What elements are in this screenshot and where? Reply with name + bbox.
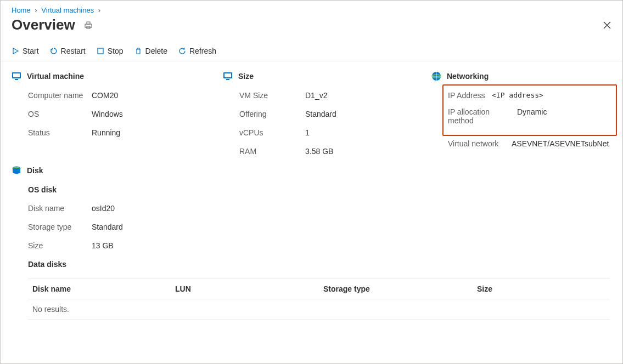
breadcrumb-vms[interactable]: Virtual machines [41, 6, 94, 14]
disk-icon [12, 166, 21, 175]
start-label: Start [23, 47, 39, 55]
globe-icon [431, 71, 441, 81]
vmsize-label: VM Size [239, 91, 305, 100]
os-label: OS [28, 110, 92, 118]
col-lun: LUN [175, 285, 323, 293]
offering-label: Offering [239, 110, 305, 118]
print-icon[interactable] [84, 21, 93, 30]
table-row: No results. [28, 299, 610, 320]
alloc-label: IP allocation method [448, 107, 517, 125]
networking-highlight: IP Address<IP address> IP allocation met… [442, 84, 617, 136]
svg-rect-8 [224, 73, 231, 77]
chevron-right-icon: › [35, 6, 37, 14]
computer-name-label: Computer name [28, 91, 92, 100]
data-disks-heading: Data disks [28, 260, 611, 269]
svg-rect-5 [13, 73, 20, 77]
no-results: No results. [32, 305, 175, 314]
start-button[interactable]: Start [12, 47, 39, 55]
chevron-right-icon: › [98, 6, 100, 14]
diskname-value: osId20 [92, 204, 115, 213]
refresh-button[interactable]: Refresh [178, 47, 216, 55]
page-title: Overview [12, 16, 75, 33]
size-heading: Size [238, 72, 254, 81]
ram-value: 3.58 GB [305, 147, 333, 156]
ram-label: RAM [239, 147, 305, 156]
stop-label: Stop [108, 47, 124, 55]
trash-icon [134, 47, 142, 55]
monitor-icon [12, 71, 21, 81]
breadcrumb: Home › Virtual machines › [1, 1, 622, 16]
size-card: Size VM SizeD1_v2 OfferingStandard vCPUs… [223, 71, 426, 166]
restart-button[interactable]: Restart [50, 47, 86, 55]
data-disks-table: Disk name LUN Storage type Size No resul… [28, 278, 610, 320]
computer-name-value: COM20 [92, 91, 118, 100]
os-value: Windows [92, 110, 123, 118]
refresh-icon [178, 47, 186, 55]
os-disk-heading: OS disk [28, 185, 611, 194]
ip-value: <IP address> [492, 91, 543, 100]
col-storage: Storage type [323, 285, 477, 293]
breadcrumb-home[interactable]: Home [12, 6, 31, 14]
offering-value: Standard [305, 110, 336, 118]
vm-card: Virtual machine Computer nameCOM20 OSWin… [12, 71, 217, 166]
vnet-value: ASEVNET/ASEVNETsubNet [512, 139, 609, 148]
vm-heading: Virtual machine [27, 72, 84, 81]
vnet-label: Virtual network [448, 139, 512, 148]
svg-rect-0 [85, 24, 92, 27]
svg-rect-9 [226, 79, 229, 80]
vcpus-label: vCPUs [239, 128, 305, 137]
disk-card: Disk OS disk Disk nameosId20 Storage typ… [1, 166, 622, 320]
delete-button[interactable]: Delete [134, 47, 167, 55]
vcpus-value: 1 [305, 128, 310, 137]
toolbar: Start Restart Stop Delete Refresh [1, 41, 622, 61]
play-icon [12, 47, 19, 55]
col-size: Size [477, 285, 605, 293]
delete-label: Delete [145, 47, 167, 55]
close-icon[interactable] [603, 21, 611, 30]
status-value: Running [92, 128, 120, 137]
restart-label: Restart [61, 47, 86, 55]
svg-rect-3 [98, 48, 103, 54]
col-diskname: Disk name [32, 285, 175, 293]
networking-heading: Networking [447, 72, 489, 81]
storagetype-label: Storage type [28, 223, 92, 231]
ip-label: IP Address [448, 91, 492, 100]
disksize-value: 13 GB [92, 241, 114, 250]
diskname-label: Disk name [28, 204, 92, 213]
stop-button[interactable]: Stop [97, 47, 124, 55]
vmsize-value: D1_v2 [305, 91, 327, 100]
storagetype-value: Standard [92, 223, 123, 231]
refresh-label: Refresh [189, 47, 216, 55]
disk-heading: Disk [27, 166, 43, 175]
status-label: Status [28, 128, 92, 137]
monitor-icon [223, 71, 233, 81]
networking-card: Networking IP Address<IP address> IP all… [431, 71, 611, 166]
alloc-value: Dynamic [517, 107, 547, 125]
svg-rect-6 [15, 79, 18, 80]
stop-icon [97, 47, 104, 55]
svg-rect-1 [87, 22, 90, 24]
disksize-label: Size [28, 241, 92, 250]
restart-icon [50, 47, 58, 55]
titlebar: Overview [1, 16, 622, 41]
